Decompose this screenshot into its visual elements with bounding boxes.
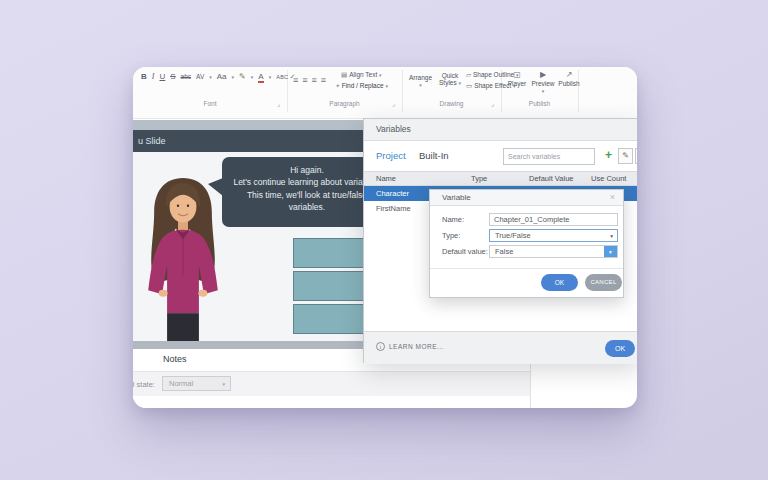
info-icon: i xyxy=(376,342,385,351)
slide-shape-button[interactable] xyxy=(293,271,373,301)
binoculars-icon: ⌖ xyxy=(336,82,340,89)
preview-icon: ▶ xyxy=(530,70,556,80)
drawing-group-label: Drawing xyxy=(402,100,501,107)
variable-modal-title: Variable xyxy=(442,190,471,205)
initial-state-label: Initial state: xyxy=(133,380,155,389)
shape-outline-icon: ▱ xyxy=(466,71,471,78)
default-value: False xyxy=(495,246,513,258)
default-value-select[interactable]: False ▾ xyxy=(489,245,618,258)
clear-formatting-button[interactable]: abc xyxy=(181,73,191,80)
close-icon[interactable]: × xyxy=(610,190,615,205)
variables-table-header: Name Type Default Value Use Count xyxy=(364,171,637,186)
quick-styles-button[interactable]: Quick Styles ▾ xyxy=(436,72,464,87)
align-text-button[interactable]: ▤Align Text ▾ xyxy=(341,71,382,79)
player-button[interactable]: ▢ Player xyxy=(504,70,530,87)
chevron-down-icon: ▾ xyxy=(419,82,422,88)
publish-group-label: Publish xyxy=(501,100,578,107)
variables-ok-button[interactable]: OK xyxy=(605,340,635,357)
add-variable-button[interactable]: + xyxy=(601,148,616,164)
underline-button[interactable]: U xyxy=(159,72,165,81)
bold-button[interactable]: B xyxy=(141,72,147,81)
drawing-dialog-launcher-icon[interactable]: ⌟ xyxy=(491,100,494,108)
highlight-color-button[interactable]: ✎ xyxy=(239,72,246,81)
variables-dialog-footer: i LEARN MORE... OK xyxy=(364,331,637,364)
italic-button[interactable]: I xyxy=(152,72,155,81)
shape-effect-icon: ▭ xyxy=(466,82,472,89)
change-case-button[interactable]: Aa xyxy=(217,72,227,81)
publish-button[interactable]: ↗ Publish xyxy=(556,70,582,87)
chevron-down-icon[interactable]: ▾ xyxy=(209,74,212,80)
strikethrough-button[interactable]: S xyxy=(170,72,175,81)
character-illustration[interactable] xyxy=(133,172,233,341)
paragraph-dialog-launcher-icon[interactable]: ⌟ xyxy=(392,100,395,108)
variables-dialog-titlebar: Variables xyxy=(364,119,637,141)
chevron-down-icon: ▾ xyxy=(609,249,612,255)
chevron-down-icon: ▾ xyxy=(542,88,545,94)
learn-more-link[interactable]: i LEARN MORE... xyxy=(376,342,444,351)
initial-state-row: Initial state: Normal ▾ xyxy=(133,372,530,396)
paragraph-group-label: Paragraph xyxy=(287,100,402,107)
align-left-icon[interactable]: ≡ xyxy=(293,75,298,85)
name-label: Name: xyxy=(442,213,464,226)
slide-shape-button[interactable] xyxy=(293,304,373,334)
font-dialog-launcher-icon[interactable]: ⌟ xyxy=(277,100,280,108)
chevron-down-icon[interactable]: ▾ xyxy=(232,74,235,80)
notes-tab[interactable]: Notes xyxy=(163,354,187,364)
column-name: Name xyxy=(376,172,396,185)
type-value: True/False xyxy=(495,230,531,242)
font-group-buttons: B I U S abc AV ▾ Aa ▾ ✎ ▾ A ▾ ABC ✓ xyxy=(141,72,295,83)
arrange-button[interactable]: Arrange ▾ xyxy=(407,74,434,89)
initial-state-value: Normal xyxy=(169,377,193,391)
publish-icon: ↗ xyxy=(556,70,582,80)
chevron-down-icon[interactable]: ▾ xyxy=(269,74,272,80)
abc-icon: ABC xyxy=(276,74,288,80)
desktop-background: B I U S abc AV ▾ Aa ▾ ✎ ▾ A ▾ ABC ✓ Font… xyxy=(0,0,768,480)
align-text-icon: ▤ xyxy=(341,71,347,78)
modal-divider xyxy=(430,268,623,269)
search-input[interactable] xyxy=(503,148,595,165)
dropdown-button[interactable]: ▾ xyxy=(604,246,617,257)
slide-tab-title: u Slide xyxy=(138,130,166,152)
align-right-icon[interactable]: ≡ xyxy=(312,75,317,85)
chevron-down-icon[interactable]: ▾ xyxy=(251,74,254,80)
variables-dialog-title: Variables xyxy=(376,119,411,140)
alignment-buttons: ≡ ≡ ≡ ≡ xyxy=(293,75,326,85)
variable-modal: Variable × Name: Type: True/False ▾ Defa… xyxy=(429,189,624,298)
initial-state-dropdown[interactable]: Normal ▾ xyxy=(162,376,231,391)
player-icon: ▢ xyxy=(504,70,530,80)
variables-tabs: Project Built-In + ✎ ▤ xyxy=(364,141,637,171)
variable-name-input[interactable] xyxy=(489,213,618,226)
slide-shape-button[interactable] xyxy=(293,238,373,268)
chevron-down-icon: ▾ xyxy=(610,230,613,242)
tab-project[interactable]: Project xyxy=(376,150,406,161)
variable-modal-titlebar: Variable × xyxy=(430,190,623,206)
app-window: B I U S abc AV ▾ Aa ▾ ✎ ▾ A ▾ ABC ✓ Font… xyxy=(133,67,637,408)
align-justify-icon[interactable]: ≡ xyxy=(321,75,326,85)
preview-button[interactable]: ▶ Preview ▾ xyxy=(530,70,556,94)
align-center-icon[interactable]: ≡ xyxy=(302,75,307,85)
font-color-button[interactable]: A xyxy=(258,73,263,83)
toolbar-extra-button[interactable]: ▤ xyxy=(635,148,637,164)
chevron-down-icon: ▾ xyxy=(459,80,462,86)
character-spacing-button[interactable]: AV xyxy=(196,73,204,80)
tab-built-in[interactable]: Built-In xyxy=(419,150,449,161)
ribbon: B I U S abc AV ▾ Aa ▾ ✎ ▾ A ▾ ABC ✓ Font… xyxy=(133,67,637,119)
column-use-count: Use Count xyxy=(591,172,626,185)
column-default-value: Default Value xyxy=(529,172,573,185)
font-group-label: Font xyxy=(133,100,287,107)
chevron-down-icon: ▾ xyxy=(222,377,225,391)
column-type: Type xyxy=(471,172,487,185)
find-replace-button[interactable]: ⌖Find / Replace ▾ xyxy=(336,82,388,90)
edit-variable-button[interactable]: ✎ xyxy=(618,148,633,164)
variable-type-select[interactable]: True/False ▾ xyxy=(489,229,618,242)
default-value-label: Default value: xyxy=(442,245,488,258)
modal-ok-button[interactable]: OK xyxy=(541,274,578,291)
modal-cancel-button[interactable]: CANCEL xyxy=(585,274,622,291)
type-label: Type: xyxy=(442,229,460,242)
